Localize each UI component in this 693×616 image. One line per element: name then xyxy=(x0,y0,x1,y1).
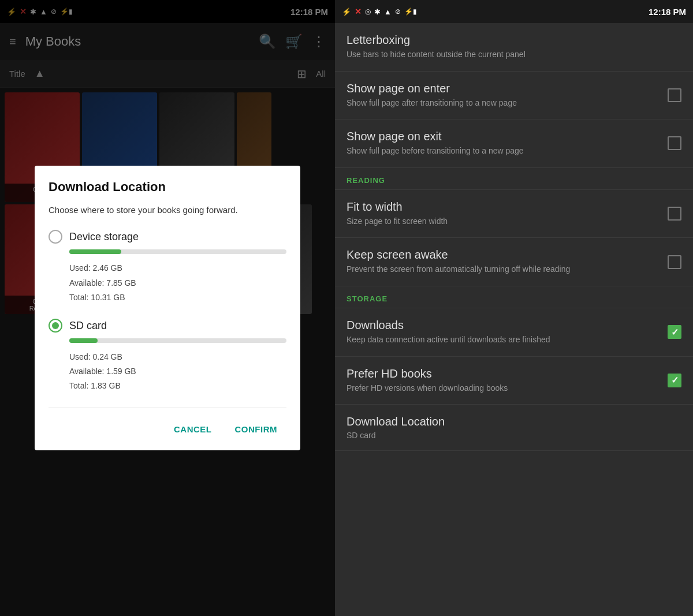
status-bar-right: ⚡ ✕ ◎ ✱ ▲ ⊘ ⚡▮ 12:18 PM xyxy=(335,0,693,23)
storage-section-header: STORAGE xyxy=(335,286,693,308)
bluetooth-icon-right: ✱ xyxy=(374,8,381,16)
usb-icon-right: ⚡ xyxy=(342,8,351,16)
fit-to-width-checkbox[interactable] xyxy=(668,207,681,221)
sdcard-radio[interactable] xyxy=(49,319,62,333)
dialog-overlay: Download Location Choose where to store … xyxy=(0,0,335,616)
app-icon-right: ◎ xyxy=(365,8,371,16)
sdcard-header: SD card xyxy=(49,319,286,333)
right-status-icons: ⚡ ✕ ◎ ✱ ▲ ⊘ ⚡▮ xyxy=(342,7,417,16)
prefer-hd-desc: Prefer HD versions when downloading book… xyxy=(346,383,658,394)
prefer-hd-checkmark: ✓ xyxy=(671,375,679,386)
settings-keep-screen-awake[interactable]: Keep screen awake Prevent the screen fro… xyxy=(335,238,693,286)
settings-show-page-exit[interactable]: Show page on exit Show full page before … xyxy=(335,120,693,168)
sdcard-used: Used: 0.24 GB xyxy=(69,350,286,364)
settings-prefer-hd[interactable]: Prefer HD books Prefer HD versions when … xyxy=(335,357,693,405)
show-page-enter-desc: Show full page after transitioning to a … xyxy=(346,98,658,109)
settings-letterboxing[interactable]: Letterboxing Use bars to hide content ou… xyxy=(335,23,693,72)
storage-label: STORAGE xyxy=(346,294,681,303)
show-page-exit-desc: Show full page before transitioning to a… xyxy=(346,145,658,157)
dialog-title: Download Location xyxy=(49,180,286,195)
show-page-enter-checkbox[interactable] xyxy=(668,88,681,102)
device-storage-fill xyxy=(69,249,121,254)
confirm-button[interactable]: CONFIRM xyxy=(226,417,287,441)
keep-screen-awake-checkbox[interactable] xyxy=(668,255,681,269)
downloads-desc: Keep data connection active until downlo… xyxy=(346,334,658,346)
sdcard-storage-fill xyxy=(69,338,98,343)
sdcard-storage-info: Used: 0.24 GB Available: 1.59 GB Total: … xyxy=(69,350,286,394)
show-page-exit-title: Show page on exit xyxy=(346,130,658,143)
settings-fit-to-width[interactable]: Fit to width Size page to fit screen wid… xyxy=(335,190,693,238)
battery-icon-right: ⚡▮ xyxy=(404,8,417,16)
downloads-checkmark: ✓ xyxy=(671,327,679,338)
fit-to-width-text: Fit to width Size page to fit screen wid… xyxy=(346,200,658,227)
sdcard-storage-bar xyxy=(69,338,286,343)
show-page-exit-checkbox[interactable] xyxy=(668,136,681,150)
download-location-value: SD card xyxy=(346,431,681,440)
sdcard-available: Available: 1.59 GB xyxy=(69,364,286,379)
device-storage-option[interactable]: Device storage Used: 2.46 GB Available: … xyxy=(49,230,286,305)
settings-letterboxing-text: Letterboxing Use bars to hide content ou… xyxy=(346,33,681,61)
letterboxing-title: Letterboxing xyxy=(346,33,681,47)
settings-downloads[interactable]: Downloads Keep data connection active un… xyxy=(335,308,693,357)
device-available: Available: 7.85 GB xyxy=(69,276,286,290)
device-storage-label: Device storage xyxy=(69,231,139,243)
right-status-time: 12:18 PM xyxy=(649,7,686,17)
download-location-dialog: Download Location Choose where to store … xyxy=(35,166,300,450)
nosim-icon-right: ⊘ xyxy=(395,8,401,16)
fit-to-width-title: Fit to width xyxy=(346,200,658,214)
device-storage-bar xyxy=(69,249,286,254)
sdcard-option[interactable]: SD card Used: 0.24 GB Available: 1.59 GB… xyxy=(49,319,286,394)
radio-selected-dot xyxy=(52,322,59,329)
dialog-content: Download Location Choose where to store … xyxy=(35,166,300,407)
x-icon-right: ✕ xyxy=(355,7,362,16)
device-radio[interactable] xyxy=(49,230,62,244)
device-storage-info: Used: 2.46 GB Available: 7.85 GB Total: … xyxy=(69,261,286,305)
right-panel: ⚡ ✕ ◎ ✱ ▲ ⊘ ⚡▮ 12:18 PM Letterboxing Use… xyxy=(335,0,693,616)
fit-to-width-desc: Size page to fit screen width xyxy=(346,216,658,227)
device-storage-header: Device storage xyxy=(49,230,286,244)
downloads-checkbox[interactable]: ✓ xyxy=(668,325,681,339)
prefer-hd-title: Prefer HD books xyxy=(346,367,658,380)
settings-download-location[interactable]: Download Location SD card xyxy=(335,405,693,451)
left-panel: ⚡ ✕ ✱ ▲ ⊘ ⚡▮ 12:18 PM ≡ My Books 🔍 🛒 ⋮ T… xyxy=(0,0,335,616)
sdcard-total: Total: 1.83 GB xyxy=(69,379,286,393)
keep-screen-awake-desc: Prevent the screen from automatically tu… xyxy=(346,264,658,275)
keep-screen-awake-text: Keep screen awake Prevent the screen fro… xyxy=(346,248,658,275)
show-page-enter-text: Show page on enter Show full page after … xyxy=(346,82,658,109)
keep-screen-awake-title: Keep screen awake xyxy=(346,248,658,262)
prefer-hd-text: Prefer HD books Prefer HD versions when … xyxy=(346,367,658,394)
reading-label: READING xyxy=(346,176,681,185)
dialog-actions: CANCEL CONFIRM xyxy=(35,408,300,450)
device-used: Used: 2.46 GB xyxy=(69,261,286,275)
downloads-text: Downloads Keep data connection active un… xyxy=(346,319,658,346)
wifi-icon-right: ▲ xyxy=(384,8,392,16)
dialog-subtitle: Choose where to store your books going f… xyxy=(49,204,286,216)
show-page-enter-title: Show page on enter xyxy=(346,82,658,95)
downloads-title: Downloads xyxy=(346,319,658,332)
show-page-exit-text: Show page on exit Show full page before … xyxy=(346,130,658,157)
cancel-button[interactable]: CANCEL xyxy=(165,417,221,441)
device-total: Total: 10.31 GB xyxy=(69,290,286,305)
reading-section-header: READING xyxy=(335,168,693,190)
letterboxing-desc: Use bars to hide content outside the cur… xyxy=(346,49,681,61)
settings-show-page-enter[interactable]: Show page on enter Show full page after … xyxy=(335,72,693,120)
download-location-text: Download Location SD card xyxy=(346,415,681,440)
download-location-title: Download Location xyxy=(346,415,681,428)
sdcard-label: SD card xyxy=(69,320,107,332)
settings-list: Letterboxing Use bars to hide content ou… xyxy=(335,23,693,451)
prefer-hd-checkbox[interactable]: ✓ xyxy=(668,374,681,387)
